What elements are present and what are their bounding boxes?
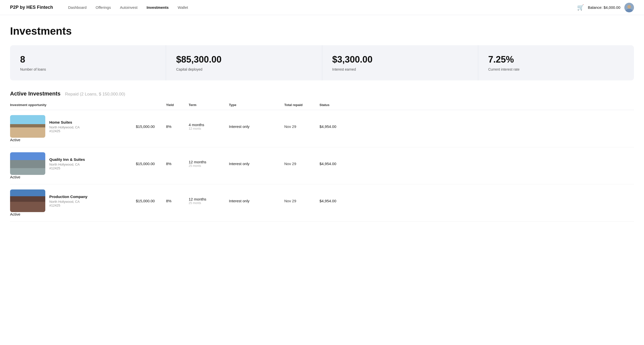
investment-status-2: Active [10, 175, 136, 179]
table-row[interactable]: Home Suites North Hollywood, CA #12425 $… [10, 110, 634, 147]
investment-image-2 [10, 152, 45, 175]
investment-location-2: North Hollywood, CA [49, 163, 85, 166]
col-status: Status [319, 103, 350, 107]
nav-offerings[interactable]: Offerings [96, 5, 111, 10]
active-investments-title: Active Investments [10, 90, 61, 97]
term-sub-1: 12 monts [189, 127, 229, 130]
investment-type-2: Interest only [229, 162, 284, 166]
investment-yield-2: 8% [166, 162, 189, 166]
investment-term-1: 4 months 12 monts [189, 123, 229, 130]
row-opportunity-2: Quality Inn & Suites North Hollywood, CA… [10, 152, 136, 175]
investment-image-1 [10, 115, 45, 138]
investments-table: Investment opportunity Yield Term Type T… [10, 103, 634, 222]
investment-status-3: Active [10, 212, 136, 216]
row-info-2: Quality Inn & Suites North Hollywood, CA… [49, 157, 85, 170]
user-avatar[interactable] [624, 3, 634, 12]
stat-capital-value: $85,300.00 [176, 54, 312, 65]
nav-links: Dashboard Offerings Autoinvest Investmen… [68, 5, 577, 10]
cart-icon[interactable]: 🛒 [577, 4, 584, 11]
col-yield: Yield [166, 103, 189, 107]
col-repaid: Total repaid [284, 103, 319, 107]
investment-yield-1: 8% [166, 124, 189, 129]
row-opportunity-3: Production Company North Hollywood, CA #… [10, 189, 136, 212]
stat-loans-label: Number of loans [20, 67, 156, 71]
term-sub-3: 25 monts [189, 201, 229, 205]
investment-location-3: North Hollywood, CA [49, 200, 88, 204]
stat-capital: $85,300.00 Capital deployed [166, 45, 322, 80]
term-main-2: 12 months [189, 160, 229, 164]
stat-rate: 7.25% Current interest rate [478, 45, 634, 80]
investment-date-2: Nov 29 [284, 162, 319, 166]
investment-status-1: Active [10, 138, 136, 142]
table-row[interactable]: Production Company North Hollywood, CA #… [10, 184, 634, 222]
investment-yield-3: 8% [166, 199, 189, 203]
stat-rate-value: 7.25% [488, 54, 624, 65]
stat-rate-label: Current interest rate [488, 67, 624, 71]
table-header: Investment opportunity Yield Term Type T… [10, 103, 634, 110]
investment-amount-1: $15,000.00 [136, 124, 166, 129]
stat-interest-value: $3,300.00 [332, 54, 468, 65]
col-amount [136, 103, 166, 107]
investment-amount-3: $15,000.00 [136, 199, 166, 203]
investment-date-1: Nov 29 [284, 124, 319, 129]
repaid-subtitle[interactable]: Repaid (2 Loans, $ 150,000.00) [65, 92, 125, 97]
stat-interest-label: Interest earned [332, 67, 468, 71]
stat-interest: $3,300.00 Interest earned [322, 45, 478, 80]
navbar: P2P by HES Fintech Dashboard Offerings A… [0, 0, 644, 15]
investment-repaid-2: $4,954.00 [319, 162, 350, 166]
investment-id-2: #12425 [49, 166, 85, 170]
investment-image-3 [10, 189, 45, 212]
nav-dashboard[interactable]: Dashboard [68, 5, 87, 10]
col-type: Type [229, 103, 284, 107]
investment-date-3: Nov 29 [284, 199, 319, 203]
col-term: Term [189, 103, 229, 107]
nav-wallet[interactable]: Wallet [178, 5, 188, 10]
stat-loans-value: 8 [20, 54, 156, 65]
table-row[interactable]: Quality Inn & Suites North Hollywood, CA… [10, 147, 634, 184]
investment-amount-2: $15,000.00 [136, 162, 166, 166]
term-main-3: 12 months [189, 197, 229, 201]
page-title: Investments [10, 25, 634, 37]
investment-name-1: Home Suites [49, 120, 80, 124]
row-opportunity-1: Home Suites North Hollywood, CA #12425 [10, 115, 136, 138]
investment-repaid-1: $4,954.00 [319, 124, 350, 129]
investment-term-3: 12 months 25 monts [189, 197, 229, 205]
term-main-1: 4 months [189, 123, 229, 127]
investment-type-1: Interest only [229, 124, 284, 129]
col-opportunity: Investment opportunity [10, 103, 136, 107]
stat-capital-label: Capital deployed [176, 67, 312, 71]
svg-point-1 [627, 5, 631, 9]
row-info-3: Production Company North Hollywood, CA #… [49, 194, 88, 207]
investment-location-1: North Hollywood, CA [49, 125, 80, 129]
investment-term-2: 12 months 25 monts [189, 160, 229, 168]
balance-display: Balance: $4,000.00 [588, 5, 620, 10]
stat-loans: 8 Number of loans [10, 45, 166, 80]
page-content: Investments 8 Number of loans $85,300.00… [0, 15, 644, 232]
investment-id-1: #12425 [49, 129, 80, 133]
navbar-right: 🛒 Balance: $4,000.00 [577, 3, 634, 12]
investment-repaid-3: $4,954.00 [319, 199, 350, 203]
stats-card: 8 Number of loans $85,300.00 Capital dep… [10, 45, 634, 80]
row-info-1: Home Suites North Hollywood, CA #12425 [49, 120, 80, 133]
investment-id-3: #12425 [49, 204, 88, 207]
nav-investments[interactable]: Investments [147, 5, 169, 10]
investment-type-3: Interest only [229, 199, 284, 203]
nav-autoinvest[interactable]: Autoinvest [120, 5, 138, 10]
investment-name-3: Production Company [49, 194, 88, 199]
investment-name-2: Quality Inn & Suites [49, 157, 85, 162]
section-header: Active Investments Repaid (2 Loans, $ 15… [10, 90, 634, 97]
brand-logo[interactable]: P2P by HES Fintech [10, 5, 53, 10]
term-sub-2: 25 monts [189, 164, 229, 168]
